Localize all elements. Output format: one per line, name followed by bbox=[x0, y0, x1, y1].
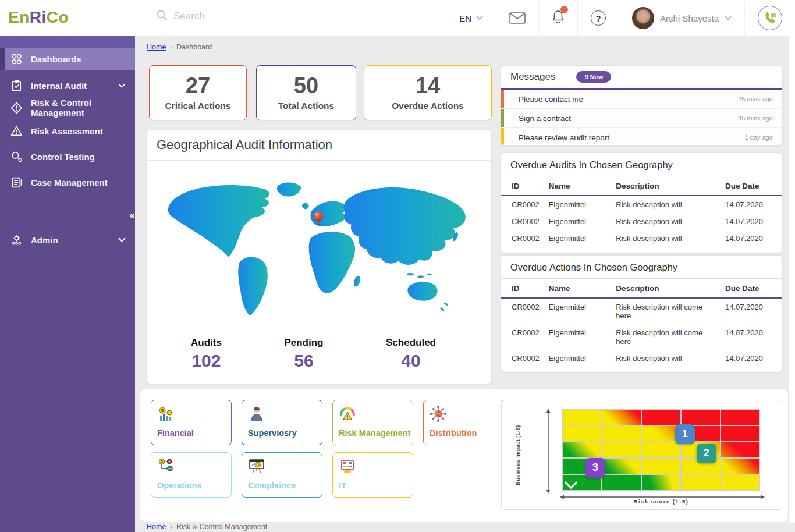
category-card-risk-management[interactable]: Risk Management bbox=[332, 400, 413, 445]
message-item[interactable]: Please contact me 25 mins ago bbox=[501, 90, 782, 109]
message-time: 25 mins ago bbox=[738, 95, 773, 102]
cell-description: Risk description will come here bbox=[611, 324, 721, 350]
total-actions-card[interactable]: 50 Total Actions bbox=[256, 65, 356, 120]
cell-due-date: 14.07.2020 bbox=[721, 324, 782, 350]
cell-due-date: 14.07.2020 bbox=[721, 298, 782, 324]
heatmap-marker-1[interactable]: 1 bbox=[675, 424, 695, 444]
total-actions-value: 50 bbox=[257, 74, 356, 98]
sidebar-nav: Dashboards Internal Audit Risk & Control… bbox=[0, 36, 135, 532]
language-label: EN bbox=[459, 13, 471, 23]
category-card-distribution[interactable]: Distribution bbox=[423, 400, 504, 445]
breadcrumb-home-link[interactable]: Home bbox=[147, 43, 166, 51]
user-menu[interactable]: Arshi Shayesta bbox=[619, 0, 744, 36]
breadcrumb-home-link[interactable]: Home bbox=[147, 523, 166, 531]
heatmap-cell bbox=[602, 426, 641, 441]
overdue-actions-value: 14 bbox=[364, 74, 491, 98]
heatmap-cell bbox=[642, 442, 680, 457]
overdue-actions-card[interactable]: 14 Overdue Actions bbox=[364, 65, 492, 120]
overdue-audits-panel: Overdue Audits In Chosen Geography ID Na… bbox=[501, 152, 783, 254]
heatmap-cell bbox=[721, 410, 759, 425]
sidebar-item-control-testing[interactable]: Control Testing bbox=[0, 146, 135, 168]
global-search bbox=[156, 9, 400, 23]
scrollbar[interactable] bbox=[789, 36, 795, 523]
cell-name: Eigenmittel bbox=[544, 213, 612, 230]
heatmap-marker-3[interactable]: 3 bbox=[585, 458, 605, 478]
cell-id: CR0002 bbox=[501, 196, 544, 213]
language-selector[interactable]: EN bbox=[446, 0, 496, 36]
heatmap-cell bbox=[721, 475, 759, 490]
help-button[interactable]: ? bbox=[577, 0, 619, 36]
table-header-row: ID Name Description Due Date bbox=[501, 176, 782, 196]
notifications-button[interactable] bbox=[538, 0, 577, 36]
avatar bbox=[632, 7, 654, 29]
financial-icon: $ bbox=[157, 405, 175, 423]
search-input[interactable] bbox=[173, 10, 383, 22]
sidebar-item-risk-control-management[interactable]: Risk & Control Management bbox=[0, 97, 135, 119]
overdue-audits-title: Overdue Audits In Chosen Geography bbox=[501, 153, 782, 176]
heatmap-grid[interactable]: 123 bbox=[562, 409, 760, 491]
category-card-it[interactable]: IT bbox=[332, 452, 413, 498]
sidebar-item-admin[interactable]: Admin bbox=[0, 229, 135, 251]
message-item[interactable]: Sign a contract 45 mins ago bbox=[501, 109, 782, 128]
column-header: ID bbox=[501, 279, 544, 298]
category-card-supervisory[interactable]: Superviosry bbox=[242, 400, 322, 445]
category-card-operations[interactable]: Operations bbox=[151, 452, 232, 498]
user-name: Arshi Shayesta bbox=[660, 13, 719, 23]
critical-actions-value: 27 bbox=[150, 74, 246, 98]
logo-part: Co bbox=[47, 8, 69, 26]
geographical-audit-card: Geographical Audit Information bbox=[147, 129, 492, 384]
heatmap-cell bbox=[563, 410, 601, 425]
cell-description: Risk description will come here bbox=[611, 298, 721, 324]
supervisory-icon bbox=[248, 405, 265, 423]
sidebar-item-case-management[interactable]: Case Management bbox=[0, 171, 135, 193]
cell-description: Risk description will bbox=[611, 230, 721, 247]
heatmap-cell bbox=[682, 410, 720, 425]
geo-stat-label: Pending bbox=[284, 337, 323, 349]
call-button[interactable] bbox=[758, 6, 782, 30]
critical-actions-card[interactable]: 27 Critical Actions bbox=[149, 65, 247, 120]
header-actions: EN ? Arshi Shayesta bbox=[446, 0, 795, 36]
messages-header: Messages 9 New bbox=[501, 66, 782, 90]
table-header-row: ID Name Description Due Date bbox=[501, 279, 782, 298]
cell-description: Risk description will bbox=[611, 213, 721, 230]
cell-id: CR0002 bbox=[501, 350, 544, 367]
column-header: Name bbox=[544, 279, 612, 298]
geo-stat-pending: Pending 56 bbox=[284, 337, 323, 371]
heatmap-marker-2[interactable]: 2 bbox=[697, 444, 716, 463]
overdue-actions-label: Overdue Actions bbox=[364, 101, 491, 111]
cell-id: CR0002 bbox=[501, 298, 544, 324]
sidebar-collapse-toggle[interactable]: « bbox=[130, 210, 134, 221]
table-row: CR0002EigenmittelRisk description will14… bbox=[501, 230, 782, 247]
cell-due-date: 14.07.2020 bbox=[721, 213, 782, 230]
app-logo[interactable]: EnRiCo bbox=[8, 8, 69, 27]
table-row: CR0002EigenmittelRisk description will14… bbox=[501, 213, 782, 230]
sidebar-item-risk-assessment[interactable]: Risk Assessment bbox=[0, 120, 135, 142]
message-item[interactable]: Please review audit report 1 day ago bbox=[501, 128, 782, 146]
overdue-actions-table: ID Name Description Due Date CR0002Eigen… bbox=[501, 279, 782, 367]
heatmap-cell bbox=[642, 475, 680, 490]
sidebar-item-dashboards[interactable]: Dashboards bbox=[0, 48, 135, 70]
world-map[interactable] bbox=[159, 169, 478, 324]
table-row: CR0002EigenmittelRisk description will14… bbox=[501, 350, 782, 367]
breadcrumb-separator: › bbox=[170, 523, 172, 530]
sidebar-item-internal-audit[interactable]: Internal Audit bbox=[0, 75, 135, 97]
category-card-financial[interactable]: $ Financial bbox=[151, 400, 232, 445]
cell-name: Eigenmittel bbox=[544, 324, 612, 350]
cell-name: Eigenmittel bbox=[544, 230, 612, 247]
overdue-audits-table: ID Name Description Due Date CR0002Eigen… bbox=[501, 176, 782, 247]
heatmap-cell bbox=[602, 410, 641, 425]
selected-cell-check-icon bbox=[565, 481, 577, 490]
heatmap-cell bbox=[602, 442, 641, 457]
category-card-compliance[interactable]: Complaince bbox=[242, 452, 322, 498]
sidebar-item-label: Risk Assessment bbox=[31, 126, 126, 136]
mail-button[interactable] bbox=[496, 0, 538, 36]
case-management-icon bbox=[10, 176, 23, 189]
message-time: 45 mins ago bbox=[738, 115, 773, 122]
messages-panel: Messages 9 New Please contact me 25 mins… bbox=[501, 65, 783, 146]
chevron-down-icon bbox=[725, 16, 732, 20]
notification-badge-dot bbox=[560, 6, 568, 13]
sidebar-item-label: Internal Audit bbox=[31, 81, 110, 91]
risk-assessment-icon bbox=[10, 125, 23, 137]
sidebar-item-label: Control Testing bbox=[31, 152, 126, 162]
message-text: Please review audit report bbox=[519, 133, 745, 142]
